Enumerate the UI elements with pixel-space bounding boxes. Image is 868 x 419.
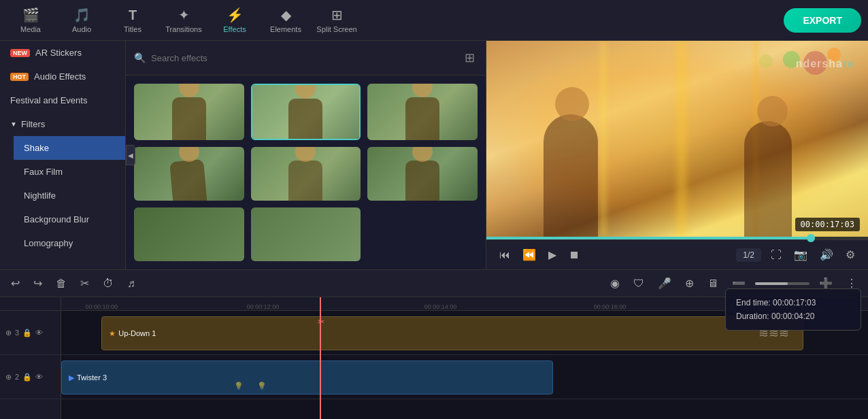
sidebar-subsection-filters: Shake Faux Film Nightlife Background Blu…: [0, 136, 125, 255]
video-icon-2: ▶: [69, 373, 74, 382]
sidebar-item-ar-stickers[interactable]: NEW AR Stickers: [0, 41, 125, 65]
toolbar-media[interactable]: 🎬 Media: [7, 3, 54, 37]
playhead-scissors: ✂: [316, 316, 327, 327]
toolbar-effects[interactable]: ⚡ Effects: [211, 3, 258, 37]
redo-button[interactable]: ↪: [29, 274, 46, 292]
screen-button[interactable]: 🖥: [703, 275, 722, 292]
sidebar-item-audio-effects[interactable]: HOT Audio Effects: [0, 65, 125, 88]
mic-button[interactable]: 🎤: [654, 274, 675, 292]
effects-icon: ⚡: [227, 7, 244, 23]
elements-icon: ◆: [281, 7, 291, 23]
effects-grid: ≈ Up-Down 2 ≈ Up-Down 1: [126, 76, 486, 269]
tooltip-end-time: End time: 00:00:17:03: [736, 296, 850, 309]
chevron-down-icon: ▼: [10, 120, 17, 128]
play-button[interactable]: ▶: [546, 246, 559, 264]
track-clip-1[interactable]: ★ Up-Down 1 ≋≋≋: [101, 316, 803, 350]
eye-icon-1: 👁: [35, 329, 43, 337]
sidebar-item-shake[interactable]: Shake: [14, 136, 125, 160]
effect-card-sideways-2[interactable]: 〜 Sideways 2: [367, 84, 478, 140]
sidebar-collapse-button[interactable]: ◀: [126, 145, 135, 165]
search-icon: 🔍: [134, 52, 146, 63]
color-button[interactable]: ◉: [606, 274, 624, 292]
eye-icon-2: 👁: [35, 373, 43, 381]
shield-button[interactable]: 🛡: [629, 275, 648, 292]
audio-button[interactable]: ♬: [123, 275, 139, 292]
star-icon-1: ★: [109, 329, 116, 338]
zoom-slider[interactable]: [755, 282, 809, 285]
sidebar-item-nightlife[interactable]: Nightlife: [14, 184, 125, 207]
toolbar-split-screen[interactable]: ⊞ Split Screen: [313, 3, 361, 37]
sidebar: NEW AR Stickers HOT Audio Effects Festiv…: [0, 41, 126, 269]
toolbar-elements[interactable]: ◆ Elements: [262, 3, 310, 37]
top-toolbar: 🎬 Media 🎵 Audio T Titles ✦ Transitions ⚡…: [0, 0, 868, 41]
preview-progress-bar[interactable]: [486, 237, 868, 239]
delete-button[interactable]: 🗑: [52, 275, 71, 292]
sidebar-item-faux-film[interactable]: Faux Film: [14, 160, 125, 184]
clip-label-2: Twister 3: [77, 373, 107, 382]
sidebar-item-festival-events[interactable]: Festival and Events: [0, 88, 125, 112]
timeline-tracks-left: ⊕ 3 🔒 👁 ⊕ 2 🔒 👁: [0, 297, 61, 419]
sidebar-item-background-blur[interactable]: Background Blur: [14, 207, 125, 231]
clip-label-1: Up-Down 1: [118, 329, 156, 337]
audio-icon: 🎵: [73, 7, 90, 23]
preview-background: ndershare: [486, 41, 868, 237]
screenshot-button[interactable]: 📷: [791, 246, 810, 264]
grid-view-button[interactable]: ⊞: [462, 48, 478, 68]
search-input[interactable]: [151, 53, 456, 63]
effect-card-extreme[interactable]: 〰 Extreme: [367, 147, 478, 201]
new-badge: NEW: [10, 49, 30, 57]
preview-progress-fill: [486, 237, 811, 239]
cut-button[interactable]: ✂: [76, 274, 93, 292]
sidebar-item-lomography[interactable]: Lomography: [14, 231, 125, 255]
search-bar: 🔍 ⊞: [126, 41, 486, 76]
preview-progress-thumb[interactable]: [807, 234, 815, 242]
export-button[interactable]: EXPORT: [784, 8, 861, 33]
step-back-button[interactable]: ⏪: [520, 246, 539, 264]
speed-button[interactable]: ⏱: [99, 275, 118, 292]
main-area: NEW AR Stickers HOT Audio Effects Festiv…: [0, 41, 868, 269]
time-display: 1/2: [736, 248, 761, 262]
timeline-playhead[interactable]: ✂: [320, 297, 321, 419]
track-label-1: ⊕ 3 🔒 👁: [0, 311, 61, 355]
toolbar-titles[interactable]: T Titles: [109, 3, 156, 37]
hot-badge: HOT: [10, 73, 29, 81]
preview-controls: ⏮ ⏪ ▶ ⏹ 1/2 ⛶ 📷 🔊 ⚙: [486, 239, 868, 269]
settings-button[interactable]: ⚙: [843, 246, 858, 264]
titles-icon: T: [129, 7, 137, 23]
media-icon: 🎬: [22, 7, 39, 23]
effects-panel: 🔍 ⊞ ≈ Up-Down 2: [126, 41, 486, 269]
fullscreen-button[interactable]: ⛶: [768, 246, 784, 264]
sidebar-filters-header[interactable]: ▼ Filters: [0, 112, 125, 136]
preview-area: ndershare 00:00:17:03 ⏮ ⏪ ▶ ⏹ 1/2 ⛶ 📷 🔊 …: [486, 41, 868, 269]
effect-card-up-down-2[interactable]: ≈ Up-Down 2: [134, 84, 244, 140]
effect-card-sideways-1[interactable]: ∿ Sideways 1: [134, 147, 244, 201]
track-label-2: ⊕ 2 🔒 👁: [0, 355, 61, 399]
undo-button[interactable]: ↩: [7, 274, 24, 292]
timeline-area: ↩ ↪ 🗑 ✂ ⏱ ♬ ◉ 🛡 🎤 ⊕ 🖥 ➖ ➕ ⋮ ⊕ 3 🔒 👁 ⊕: [0, 269, 868, 419]
split-screen-icon: ⊞: [331, 7, 343, 23]
toolbar-transitions[interactable]: ✦ Transitions: [160, 3, 207, 37]
skip-back-button[interactable]: ⏮: [497, 246, 513, 264]
track-clip-2[interactable]: ▶ Twister 3 💡 💡: [61, 361, 553, 395]
lock-icon-1: 🔒: [22, 329, 32, 337]
preview-timer: 00:00:17:03: [795, 218, 860, 231]
effect-card-mild[interactable]: ≈ Mild: [251, 147, 361, 201]
track-row-2: ▶ Twister 3 💡 💡: [61, 355, 868, 399]
tooltip-box: End time: 00:00:17:03 Duration: 00:00:04…: [725, 288, 861, 331]
effect-card-more-2[interactable]: ---: [251, 207, 361, 261]
transitions-icon: ✦: [178, 7, 190, 23]
stop-button[interactable]: ⏹: [566, 246, 582, 264]
volume-button[interactable]: 🔊: [817, 246, 836, 264]
lock-icon-2: 🔒: [22, 373, 32, 382]
sticker-button[interactable]: ⊕: [681, 274, 698, 292]
tooltip-duration: Duration: 00:00:04:20: [736, 309, 850, 323]
preview-video: ndershare 00:00:17:03: [486, 41, 868, 237]
effect-card-up-down-1[interactable]: ≈ Up-Down 1: [251, 84, 361, 140]
effect-card-more-1[interactable]: ---: [134, 207, 244, 261]
toolbar-audio[interactable]: 🎵 Audio: [58, 3, 105, 37]
